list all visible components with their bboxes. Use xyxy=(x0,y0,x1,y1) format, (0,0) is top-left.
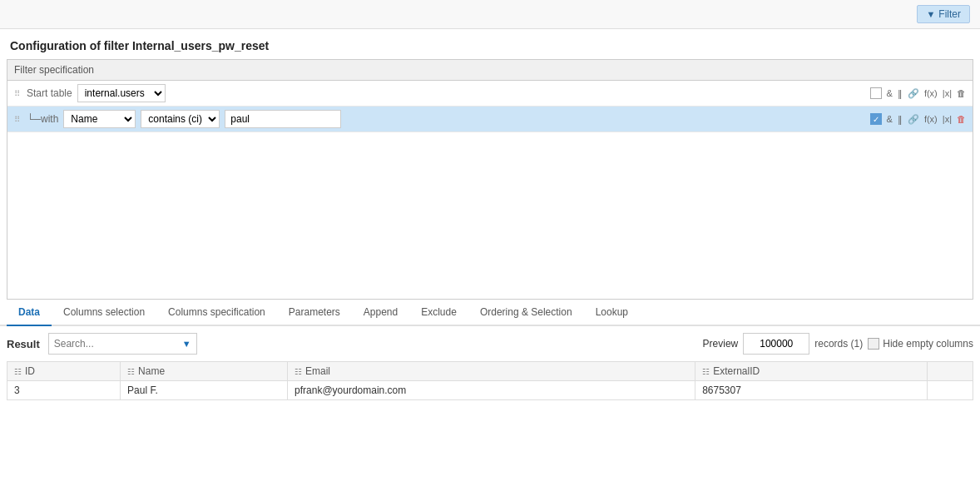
row1-trash-icon[interactable]: 🗑 xyxy=(957,88,966,98)
col-header-extra xyxy=(927,362,973,381)
page-title: Configuration of filter Internal_users_p… xyxy=(0,29,980,59)
tab-data[interactable]: Data xyxy=(7,300,52,326)
drag-handle-2[interactable]: ⠿ xyxy=(14,115,20,124)
hide-empty-label: Hide empty columns xyxy=(883,338,973,350)
search-input[interactable] xyxy=(54,338,179,350)
filter-button-label: Filter xyxy=(938,8,961,20)
hide-empty-container: Hide empty columns xyxy=(868,338,973,350)
row1-actions: & ‖ 🔗 f(x) |x| 🗑 xyxy=(870,87,966,99)
start-table-label: Start table xyxy=(27,87,72,99)
filter-button[interactable]: ▼ Filter xyxy=(917,5,970,23)
cell-email: pfrank@yourdomain.com xyxy=(288,381,695,400)
row1-fx-icon[interactable]: f(x) xyxy=(924,88,938,98)
row2-and-icon[interactable]: & xyxy=(887,114,893,124)
table-row: 3 Paul F. pfrank@yourdomain.com 8675307 xyxy=(7,381,973,400)
tabs-bar: Data Columns selection Columns specifica… xyxy=(0,300,980,326)
filter-row-start-table: ⠿ Start table internal.users external.us… xyxy=(7,81,973,107)
row1-clear-icon[interactable]: |x| xyxy=(943,88,952,98)
result-section: Result ▼ Preview records (1) Hide empty … xyxy=(0,326,980,407)
row1-or-icon[interactable]: ‖ xyxy=(898,88,903,99)
data-table: ☷ID ☷Name ☷Email ☷ExternalID 3 Paul F. p… xyxy=(7,361,973,400)
filter-icon: ▼ xyxy=(926,9,935,19)
row2-clear-icon[interactable]: |x| xyxy=(943,114,952,124)
tab-append[interactable]: Append xyxy=(352,300,409,326)
table-header-row: ☷ID ☷Name ☷Email ☷ExternalID xyxy=(7,362,973,381)
col-header-email: ☷Email xyxy=(288,362,695,381)
filter-spec-panel: Filter specification ⠿ Start table inter… xyxy=(7,59,973,300)
name-col-icon: ☷ xyxy=(127,367,135,376)
preview-input[interactable] xyxy=(743,333,809,355)
tab-ordering-selection[interactable]: Ordering & Selection xyxy=(468,300,584,326)
value-input[interactable] xyxy=(225,110,341,128)
filter-spec-label: Filter specification xyxy=(14,64,94,76)
row1-link-icon[interactable]: 🔗 xyxy=(908,88,919,99)
filter-spec-header: Filter specification xyxy=(7,60,973,81)
cell-name: Paul F. xyxy=(121,381,288,400)
hide-empty-checkbox[interactable] xyxy=(868,338,879,350)
search-dropdown-arrow[interactable]: ▼ xyxy=(182,339,191,349)
row1-and-icon[interactable]: & xyxy=(887,88,893,98)
preview-label: Preview xyxy=(703,338,739,350)
externalid-col-icon: ☷ xyxy=(702,367,710,376)
col-header-id: ☷ID xyxy=(7,362,121,381)
col-header-name: ☷Name xyxy=(121,362,288,381)
cell-id: 3 xyxy=(7,381,121,400)
tab-parameters[interactable]: Parameters xyxy=(277,300,352,326)
row1-checkbox[interactable] xyxy=(870,87,882,99)
cell-extra xyxy=(927,381,973,400)
drag-handle-1[interactable]: ⠿ xyxy=(14,89,20,98)
row2-checkbox[interactable]: ✓ xyxy=(870,113,882,125)
cell-externalid: 8675307 xyxy=(695,381,928,400)
filter-row-with: ⠿ └─with Name Email ID ExternalID contai… xyxy=(7,107,973,132)
field-select[interactable]: Name Email ID ExternalID xyxy=(63,110,136,128)
id-col-icon: ☷ xyxy=(14,367,22,376)
top-bar: ▼ Filter xyxy=(0,0,980,29)
records-label: records (1) xyxy=(814,338,863,350)
tab-columns-selection[interactable]: Columns selection xyxy=(52,300,156,326)
row2-fx-icon[interactable]: f(x) xyxy=(924,114,938,124)
preview-section: Preview records (1) Hide empty columns xyxy=(703,333,973,355)
row2-or-icon[interactable]: ‖ xyxy=(898,114,903,125)
row2-link-icon[interactable]: 🔗 xyxy=(908,114,919,125)
col-header-externalid: ☷ExternalID xyxy=(695,362,928,381)
tab-columns-specification[interactable]: Columns specification xyxy=(156,300,277,326)
result-header: Result ▼ Preview records (1) Hide empty … xyxy=(7,333,973,355)
search-container: ▼ xyxy=(48,333,197,355)
tab-exclude[interactable]: Exclude xyxy=(409,300,468,326)
start-table-select[interactable]: internal.users external.users xyxy=(77,84,166,102)
tab-lookup[interactable]: Lookup xyxy=(584,300,640,326)
row2-actions: ✓ & ‖ 🔗 f(x) |x| 🗑 xyxy=(870,113,966,125)
email-col-icon: ☷ xyxy=(294,367,302,376)
with-label: └─with xyxy=(27,113,58,125)
operator-select[interactable]: contains (ci) equals starts with ends wi… xyxy=(141,110,220,128)
filter-spacer xyxy=(7,132,973,299)
row2-trash-icon[interactable]: 🗑 xyxy=(957,114,966,124)
result-label: Result xyxy=(7,338,40,350)
